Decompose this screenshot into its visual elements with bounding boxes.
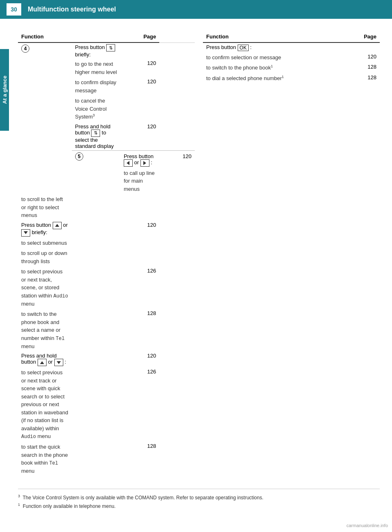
chapter-title: Multifunction steering wheel <box>28 6 116 13</box>
left-col-function: Function <box>18 31 120 42</box>
side-tab-label: At a glance <box>2 76 8 104</box>
down-hold-button-icon <box>54 359 63 366</box>
tel-mono-2: Tel <box>49 460 58 466</box>
side-tab: At a glance <box>0 49 9 131</box>
func-cell: Press button or briefly: <box>18 221 72 238</box>
briefly-2-label: briefly: <box>32 229 47 235</box>
right-col-page: Page <box>359 31 380 42</box>
triangle-up <box>55 224 59 227</box>
colon-label: : <box>151 159 152 165</box>
page-val: 120 <box>120 77 159 96</box>
table-row: to dial a selected phone number1 128 <box>203 73 380 84</box>
page-val: 120 <box>120 59 159 77</box>
colon-ok-label: : <box>250 44 252 50</box>
colon-2-label: : <box>65 359 66 365</box>
footnotes: 3 The Voice Control System is only avail… <box>18 489 380 510</box>
triangle-left <box>127 161 129 165</box>
page-val <box>120 238 159 248</box>
func-cell: Press button or : <box>120 150 159 168</box>
func-item-confirm-display: to confirm display message <box>72 77 120 96</box>
page-val <box>120 194 159 221</box>
triangle-down <box>24 231 28 234</box>
page-val: 120 <box>120 221 159 238</box>
page-val: 126 <box>120 367 159 442</box>
press-ok-label: Press button <box>206 44 238 50</box>
footnote-3: 3 The Voice Control System is only avail… <box>18 493 380 502</box>
section-number-5: 5 <box>75 152 83 161</box>
func-item: to call up line for main menus <box>120 168 159 194</box>
page-val: 120 <box>120 351 159 367</box>
right-col-function: Function <box>203 31 359 42</box>
main-content: Function Page 4 Press button ⇅ <box>0 19 392 527</box>
watermark: carmanualonline.info <box>346 523 388 528</box>
triangle-right <box>143 161 146 165</box>
audio-mono: Audio <box>53 293 68 299</box>
or-2-label: or <box>63 222 68 228</box>
func-item: to scroll up or down through lists <box>18 248 72 266</box>
briefly-label: briefly: <box>75 51 91 58</box>
ok-button-icon: OK <box>238 45 249 51</box>
or-3-label: or <box>48 359 54 365</box>
press-button-label: Press button <box>75 44 107 50</box>
func-cell: Press and hold button or : <box>18 351 72 367</box>
func-item: to dial a selected phone number1 <box>203 73 359 84</box>
page-val: 126 <box>120 266 159 309</box>
triangle-up-2 <box>40 361 44 364</box>
func-item: to go to the next higher menu level <box>72 59 120 77</box>
left-button-icon <box>124 159 133 167</box>
arrow-button-icon: ⇅ <box>106 44 115 51</box>
func-item: to cancel the Voice Control System3 <box>72 96 120 122</box>
left-table: Function Page 4 Press button ⇅ <box>18 31 195 476</box>
page-number: 30 <box>7 3 21 16</box>
tel-mono: Tel <box>56 336 65 342</box>
page-val: 128 <box>359 73 380 84</box>
page-val: 128 <box>359 63 380 73</box>
header-bar: 30 Multifunction steering wheel <box>0 0 392 19</box>
press-button-up-label: Press button <box>21 222 53 228</box>
table-row: Press button OK : <box>203 42 380 52</box>
down-button-icon <box>21 229 30 237</box>
page-val: 120 <box>120 122 159 151</box>
func-cell: Press button ⇅ briefly: <box>72 42 120 59</box>
section-number-4: 4 <box>21 45 29 53</box>
tables-row: Function Page 4 Press button ⇅ <box>18 31 380 476</box>
arrow-hold-button-icon: ⇅ <box>91 130 100 137</box>
func-item: to select previous or next track, scene,… <box>18 266 72 309</box>
func-item: to select previous or next track or scen… <box>18 367 72 442</box>
up-hold-button-icon <box>38 359 47 366</box>
page-val: 120 <box>159 150 195 168</box>
page-val: 120 <box>359 52 380 63</box>
func-item: to select submenus <box>18 238 72 248</box>
page-val: 128 <box>120 309 159 351</box>
up-button-icon <box>53 222 62 229</box>
page-val <box>120 42 159 59</box>
page-val <box>120 96 159 122</box>
func-cell: Press button OK : <box>203 42 359 52</box>
page-val <box>359 42 380 52</box>
func-item: to switch to the phone book and select a… <box>18 309 72 351</box>
audio-mono-2: Audio <box>21 434 36 440</box>
page-val <box>159 168 195 194</box>
press-button-5-label: Press button <box>124 153 154 159</box>
page-val: 128 <box>120 442 159 476</box>
table-row: 4 Press button ⇅ briefly: <box>18 42 195 59</box>
func-cell: Press and hold button ⇅ to select the st… <box>72 122 120 151</box>
func-item: to confirm selection or message <box>203 52 359 63</box>
func-item: to switch to the phone book1 <box>203 63 359 73</box>
right-table: Function Page Press button OK : <box>203 31 380 476</box>
func-item: to start the quick search in the phone b… <box>18 442 72 476</box>
right-button-icon <box>140 159 149 167</box>
footnote-1: 1 Function only available in telephone m… <box>18 502 380 510</box>
or-label: or <box>134 159 140 165</box>
func-item: to scroll to the left or right to select… <box>18 194 72 221</box>
left-col-page: Page <box>120 31 159 42</box>
table-row: to confirm selection or message 120 <box>203 52 380 63</box>
triangle-down-2 <box>57 361 61 364</box>
table-row: to switch to the phone book1 128 <box>203 63 380 73</box>
page-val <box>120 248 159 266</box>
